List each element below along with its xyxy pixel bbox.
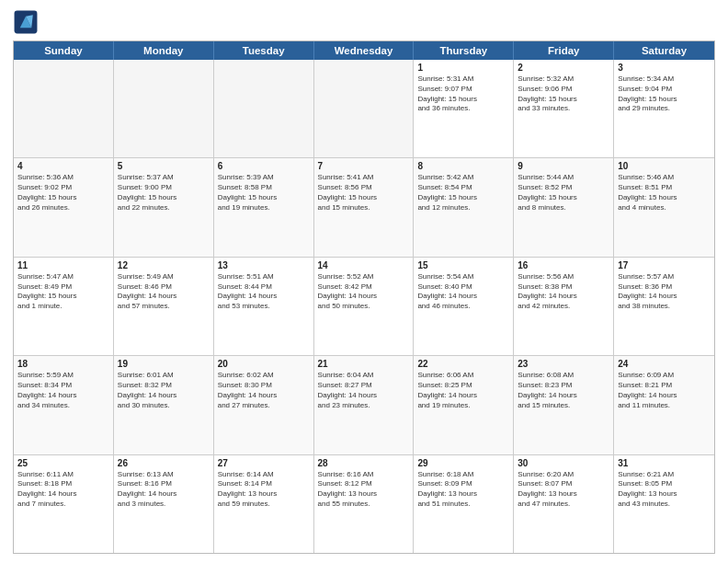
cal-cell-15: 15Sunrise: 5:54 AM Sunset: 8:40 PM Dayli… xyxy=(414,258,514,355)
day-number-9: 9 xyxy=(518,161,609,171)
cell-text-9: Sunrise: 5:44 AM Sunset: 8:52 PM Dayligh… xyxy=(518,173,609,213)
cell-text-7: Sunrise: 5:41 AM Sunset: 8:56 PM Dayligh… xyxy=(318,173,410,213)
cal-cell-22: 22Sunrise: 6:06 AM Sunset: 8:25 PM Dayli… xyxy=(414,356,514,454)
cal-cell-24: 24Sunrise: 6:09 AM Sunset: 8:21 PM Dayli… xyxy=(614,356,714,454)
day-number-31: 31 xyxy=(618,458,711,468)
cal-cell-1: 1Sunrise: 5:31 AM Sunset: 9:07 PM Daylig… xyxy=(414,60,514,157)
cal-header-monday: Monday xyxy=(114,41,214,60)
cell-text-29: Sunrise: 6:18 AM Sunset: 8:09 PM Dayligh… xyxy=(417,470,509,510)
day-number-26: 26 xyxy=(118,458,210,468)
day-number-29: 29 xyxy=(417,458,509,468)
calendar-header-row: SundayMondayTuesdayWednesdayThursdayFrid… xyxy=(14,41,714,60)
cell-text-22: Sunrise: 6:06 AM Sunset: 8:25 PM Dayligh… xyxy=(417,371,509,410)
cal-cell-21: 21Sunrise: 6:04 AM Sunset: 8:27 PM Dayli… xyxy=(314,356,415,454)
cal-cell-31: 31Sunrise: 6:21 AM Sunset: 8:05 PM Dayli… xyxy=(614,455,714,553)
cell-text-11: Sunrise: 5:47 AM Sunset: 8:49 PM Dayligh… xyxy=(17,272,109,312)
day-number-14: 14 xyxy=(318,260,410,270)
cal-cell-30: 30Sunrise: 6:20 AM Sunset: 8:07 PM Dayli… xyxy=(514,455,614,553)
cell-text-3: Sunrise: 5:34 AM Sunset: 9:04 PM Dayligh… xyxy=(618,75,711,114)
cal-cell-6: 6Sunrise: 5:39 AM Sunset: 8:58 PM Daylig… xyxy=(214,158,314,256)
cell-text-8: Sunrise: 5:42 AM Sunset: 8:54 PM Dayligh… xyxy=(417,173,509,213)
cell-text-1: Sunrise: 5:31 AM Sunset: 9:07 PM Dayligh… xyxy=(417,75,509,114)
header xyxy=(13,9,715,35)
cal-header-saturday: Saturday xyxy=(614,41,714,60)
day-number-11: 11 xyxy=(17,260,109,270)
calendar-body: 1Sunrise: 5:31 AM Sunset: 9:07 PM Daylig… xyxy=(14,60,714,553)
cal-cell-8: 8Sunrise: 5:42 AM Sunset: 8:54 PM Daylig… xyxy=(414,158,514,256)
day-number-27: 27 xyxy=(218,458,310,468)
cell-text-14: Sunrise: 5:52 AM Sunset: 8:42 PM Dayligh… xyxy=(318,272,410,312)
cal-row-2: 11Sunrise: 5:47 AM Sunset: 8:49 PM Dayli… xyxy=(14,258,714,356)
cell-text-30: Sunrise: 6:20 AM Sunset: 8:07 PM Dayligh… xyxy=(518,470,609,510)
day-number-6: 6 xyxy=(218,161,310,171)
cal-cell-28: 28Sunrise: 6:16 AM Sunset: 8:12 PM Dayli… xyxy=(314,455,415,553)
cell-text-6: Sunrise: 5:39 AM Sunset: 8:58 PM Dayligh… xyxy=(218,173,310,213)
day-number-25: 25 xyxy=(17,458,109,468)
cal-cell-2: 2Sunrise: 5:32 AM Sunset: 9:06 PM Daylig… xyxy=(514,60,614,157)
cell-text-28: Sunrise: 6:16 AM Sunset: 8:12 PM Dayligh… xyxy=(318,470,410,510)
day-number-8: 8 xyxy=(417,161,509,171)
day-number-24: 24 xyxy=(618,359,711,369)
day-number-17: 17 xyxy=(618,260,711,270)
cal-cell-14: 14Sunrise: 5:52 AM Sunset: 8:42 PM Dayli… xyxy=(314,258,415,355)
day-number-23: 23 xyxy=(518,359,609,369)
cell-text-18: Sunrise: 5:59 AM Sunset: 8:34 PM Dayligh… xyxy=(17,371,109,410)
cal-cell-13: 13Sunrise: 5:51 AM Sunset: 8:44 PM Dayli… xyxy=(214,258,314,355)
cell-text-13: Sunrise: 5:51 AM Sunset: 8:44 PM Dayligh… xyxy=(218,272,310,312)
cal-cell-18: 18Sunrise: 5:59 AM Sunset: 8:34 PM Dayli… xyxy=(14,356,114,454)
day-number-12: 12 xyxy=(118,260,210,270)
cal-cell-20: 20Sunrise: 6:02 AM Sunset: 8:30 PM Dayli… xyxy=(214,356,314,454)
cal-cell-empty-0 xyxy=(14,60,114,157)
cal-cell-11: 11Sunrise: 5:47 AM Sunset: 8:49 PM Dayli… xyxy=(14,258,114,355)
day-number-16: 16 xyxy=(518,260,609,270)
cell-text-31: Sunrise: 6:21 AM Sunset: 8:05 PM Dayligh… xyxy=(618,470,711,510)
cal-cell-7: 7Sunrise: 5:41 AM Sunset: 8:56 PM Daylig… xyxy=(314,158,415,256)
cal-row-3: 18Sunrise: 5:59 AM Sunset: 8:34 PM Dayli… xyxy=(14,356,714,454)
logo-icon xyxy=(13,9,39,35)
cal-header-thursday: Thursday xyxy=(414,41,514,60)
day-number-10: 10 xyxy=(618,161,711,171)
day-number-21: 21 xyxy=(318,359,410,369)
day-number-3: 3 xyxy=(618,63,711,73)
day-number-7: 7 xyxy=(318,161,410,171)
day-number-13: 13 xyxy=(218,260,310,270)
day-number-1: 1 xyxy=(417,63,509,73)
cal-cell-23: 23Sunrise: 6:08 AM Sunset: 8:23 PM Dayli… xyxy=(514,356,614,454)
cell-text-12: Sunrise: 5:49 AM Sunset: 8:46 PM Dayligh… xyxy=(118,272,210,312)
cell-text-2: Sunrise: 5:32 AM Sunset: 9:06 PM Dayligh… xyxy=(518,75,609,114)
cal-cell-27: 27Sunrise: 6:14 AM Sunset: 8:14 PM Dayli… xyxy=(214,455,314,553)
cell-text-15: Sunrise: 5:54 AM Sunset: 8:40 PM Dayligh… xyxy=(417,272,509,312)
cell-text-10: Sunrise: 5:46 AM Sunset: 8:51 PM Dayligh… xyxy=(618,173,711,213)
cal-header-wednesday: Wednesday xyxy=(314,41,415,60)
cal-cell-empty-2 xyxy=(214,60,314,157)
day-number-4: 4 xyxy=(17,161,109,171)
cal-header-tuesday: Tuesday xyxy=(214,41,314,60)
day-number-28: 28 xyxy=(318,458,410,468)
day-number-19: 19 xyxy=(118,359,210,369)
cell-text-4: Sunrise: 5:36 AM Sunset: 9:02 PM Dayligh… xyxy=(17,173,109,213)
day-number-2: 2 xyxy=(518,63,609,73)
day-number-22: 22 xyxy=(417,359,509,369)
cal-cell-16: 16Sunrise: 5:56 AM Sunset: 8:38 PM Dayli… xyxy=(514,258,614,355)
logo xyxy=(13,9,42,35)
page: SundayMondayTuesdayWednesdayThursdayFrid… xyxy=(0,0,728,563)
cal-cell-empty-3 xyxy=(314,60,415,157)
cal-cell-empty-1 xyxy=(114,60,214,157)
cell-text-5: Sunrise: 5:37 AM Sunset: 9:00 PM Dayligh… xyxy=(118,173,210,213)
cell-text-23: Sunrise: 6:08 AM Sunset: 8:23 PM Dayligh… xyxy=(518,371,609,410)
cell-text-21: Sunrise: 6:04 AM Sunset: 8:27 PM Dayligh… xyxy=(318,371,410,410)
cell-text-27: Sunrise: 6:14 AM Sunset: 8:14 PM Dayligh… xyxy=(218,470,310,510)
cal-cell-12: 12Sunrise: 5:49 AM Sunset: 8:46 PM Dayli… xyxy=(114,258,214,355)
cal-cell-3: 3Sunrise: 5:34 AM Sunset: 9:04 PM Daylig… xyxy=(614,60,714,157)
cal-cell-4: 4Sunrise: 5:36 AM Sunset: 9:02 PM Daylig… xyxy=(14,158,114,256)
cell-text-26: Sunrise: 6:13 AM Sunset: 8:16 PM Dayligh… xyxy=(118,470,210,510)
cell-text-20: Sunrise: 6:02 AM Sunset: 8:30 PM Dayligh… xyxy=(218,371,310,410)
cal-cell-10: 10Sunrise: 5:46 AM Sunset: 8:51 PM Dayli… xyxy=(614,158,714,256)
cell-text-16: Sunrise: 5:56 AM Sunset: 8:38 PM Dayligh… xyxy=(518,272,609,312)
cal-cell-25: 25Sunrise: 6:11 AM Sunset: 8:18 PM Dayli… xyxy=(14,455,114,553)
cal-header-sunday: Sunday xyxy=(14,41,114,60)
cell-text-19: Sunrise: 6:01 AM Sunset: 8:32 PM Dayligh… xyxy=(118,371,210,410)
cal-cell-9: 9Sunrise: 5:44 AM Sunset: 8:52 PM Daylig… xyxy=(514,158,614,256)
cal-header-friday: Friday xyxy=(514,41,614,60)
day-number-20: 20 xyxy=(218,359,310,369)
